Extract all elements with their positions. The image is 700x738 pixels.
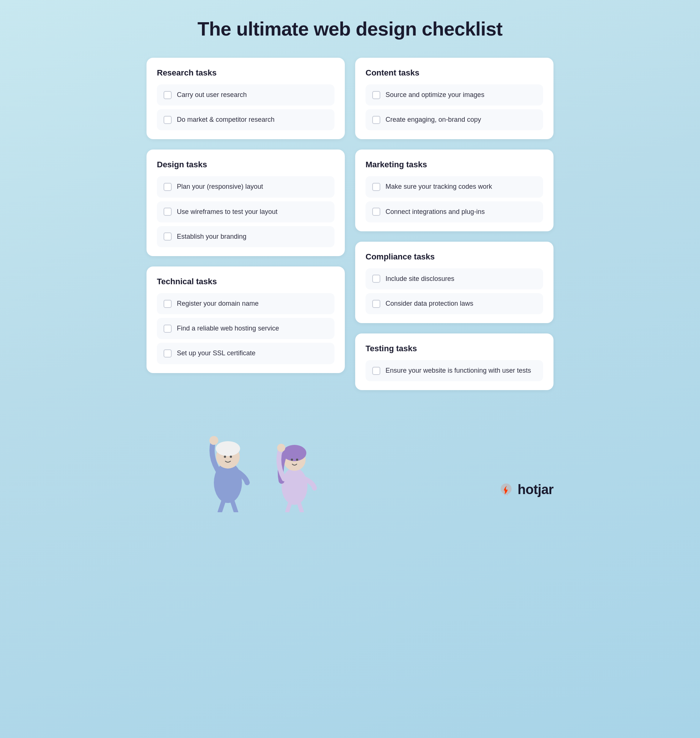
checklist-grid: Research tasks Carry out user research D…: [147, 58, 553, 390]
checkbox[interactable]: [163, 91, 172, 99]
testing-items: Ensure your website is functioning with …: [366, 360, 543, 381]
research-items: Carry out user research Do market & comp…: [157, 84, 334, 130]
checkbox[interactable]: [163, 300, 172, 308]
item-text: Make sure your tracking codes work: [385, 182, 492, 191]
item-text: Register your domain name: [177, 299, 259, 308]
list-item[interactable]: Ensure your website is functioning with …: [366, 360, 543, 381]
list-item[interactable]: Find a reliable web hosting service: [157, 318, 334, 339]
checkbox[interactable]: [372, 183, 380, 191]
design-items: Plan your (responsive) layout Use wirefr…: [157, 176, 334, 247]
svg-point-10: [291, 458, 293, 461]
section-title-content: Content tasks: [366, 68, 543, 78]
list-item[interactable]: Establish your branding: [157, 226, 334, 247]
item-text: Connect integrations and plug-ins: [385, 207, 485, 217]
illustration-person1: [191, 409, 265, 512]
section-title-research: Research tasks: [157, 68, 334, 78]
list-item[interactable]: Source and optimize your images: [366, 84, 543, 106]
checkbox[interactable]: [163, 349, 172, 358]
item-text: Carry out user research: [177, 90, 247, 100]
svg-point-5: [230, 456, 232, 458]
illustration-person2: [261, 416, 328, 512]
list-item[interactable]: Do market & competitor research: [157, 109, 334, 130]
svg-point-2: [216, 441, 240, 456]
list-item[interactable]: Make sure your tracking codes work: [366, 176, 543, 197]
checkbox[interactable]: [372, 208, 380, 216]
technical-items: Register your domain name Find a reliabl…: [157, 293, 334, 364]
section-compliance: Compliance tasks Include site disclosure…: [355, 242, 553, 323]
bottom-area: hotjar: [147, 394, 553, 512]
section-title-testing: Testing tasks: [366, 344, 543, 354]
list-item[interactable]: Include site disclosures: [366, 268, 543, 289]
section-marketing: Marketing tasks Make sure your tracking …: [355, 150, 553, 231]
list-item[interactable]: Connect integrations and plug-ins: [366, 201, 543, 222]
list-item[interactable]: Use wireframes to test your layout: [157, 201, 334, 222]
section-content: Content tasks Source and optimize your i…: [355, 58, 553, 139]
svg-point-3: [209, 436, 218, 445]
section-technical: Technical tasks Register your domain nam…: [147, 267, 345, 373]
item-text: Create engaging, on-brand copy: [385, 115, 481, 124]
list-item[interactable]: Consider data protection laws: [366, 293, 543, 314]
checkbox[interactable]: [163, 233, 172, 240]
section-research: Research tasks Carry out user research D…: [147, 58, 345, 139]
checkbox[interactable]: [163, 116, 172, 124]
item-text: Plan your (responsive) layout: [177, 182, 263, 191]
item-text: Do market & competitor research: [177, 115, 275, 124]
checkbox[interactable]: [372, 91, 380, 99]
item-text: Use wireframes to test your layout: [177, 207, 278, 217]
list-item[interactable]: Create engaging, on-brand copy: [366, 109, 543, 130]
item-text: Consider data protection laws: [385, 299, 473, 308]
checkbox[interactable]: [163, 325, 172, 333]
checkbox[interactable]: [372, 367, 380, 375]
page-title: The ultimate web design checklist: [197, 18, 503, 40]
section-design: Design tasks Plan your (responsive) layo…: [147, 150, 345, 256]
marketing-items: Make sure your tracking codes work Conne…: [366, 176, 543, 222]
section-title-compliance: Compliance tasks: [366, 252, 543, 262]
item-text: Set up your SSL certificate: [177, 349, 255, 358]
section-title-design: Design tasks: [157, 160, 334, 169]
checkbox[interactable]: [372, 116, 380, 124]
item-text: Establish your branding: [177, 232, 246, 241]
item-text: Include site disclosures: [385, 274, 454, 283]
list-item[interactable]: Carry out user research: [157, 84, 334, 106]
hotjar-icon: [499, 482, 514, 498]
section-title-technical: Technical tasks: [157, 277, 334, 286]
item-text: Source and optimize your images: [385, 90, 484, 100]
section-title-marketing: Marketing tasks: [366, 160, 543, 169]
item-text: Find a reliable web hosting service: [177, 324, 279, 333]
content-items: Source and optimize your images Create e…: [366, 84, 543, 130]
item-text: Ensure your website is functioning with …: [385, 366, 531, 375]
svg-point-6: [282, 468, 307, 505]
list-item[interactable]: Plan your (responsive) layout: [157, 176, 334, 197]
hotjar-wordmark: hotjar: [518, 482, 553, 498]
checkbox[interactable]: [163, 183, 172, 191]
compliance-items: Include site disclosures Consider data p…: [366, 268, 543, 314]
checkbox[interactable]: [163, 208, 172, 216]
checkbox[interactable]: [372, 275, 380, 283]
svg-point-9: [277, 444, 285, 452]
checkbox[interactable]: [372, 300, 380, 308]
list-item[interactable]: Set up your SSL certificate: [157, 343, 334, 364]
section-testing: Testing tasks Ensure your website is fun…: [355, 333, 553, 390]
list-item[interactable]: Register your domain name: [157, 293, 334, 314]
svg-point-11: [296, 458, 298, 461]
svg-point-4: [224, 456, 226, 458]
hotjar-logo: hotjar: [499, 482, 553, 498]
